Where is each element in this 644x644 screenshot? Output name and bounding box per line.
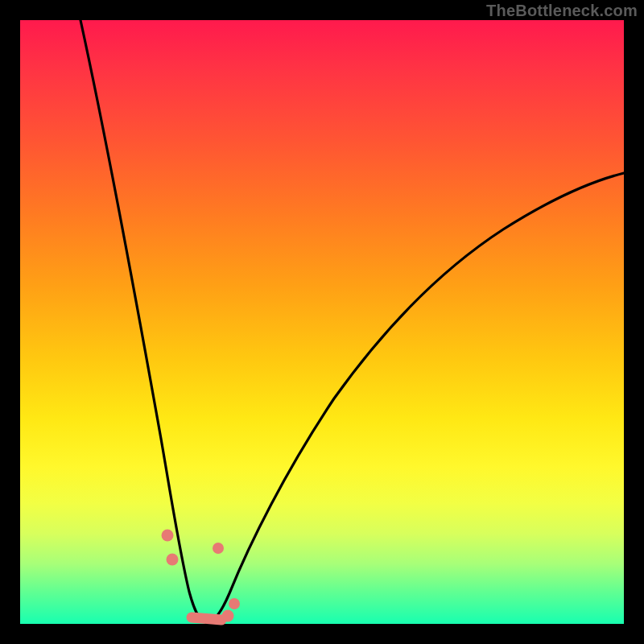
- marker-dot: [222, 610, 234, 622]
- marker-group: [162, 530, 241, 622]
- plot-area: [20, 20, 624, 624]
- bottleneck-curve: [80, 20, 624, 622]
- watermark-text: TheBottleneck.com: [486, 2, 638, 20]
- chart-frame: TheBottleneck.com: [0, 0, 644, 644]
- marker-dot: [229, 598, 240, 609]
- marker-dot: [167, 554, 179, 566]
- marker-dot: [213, 543, 224, 554]
- marker-dot-run: [192, 617, 221, 620]
- marker-dot: [162, 530, 174, 542]
- chart-svg: [20, 20, 624, 624]
